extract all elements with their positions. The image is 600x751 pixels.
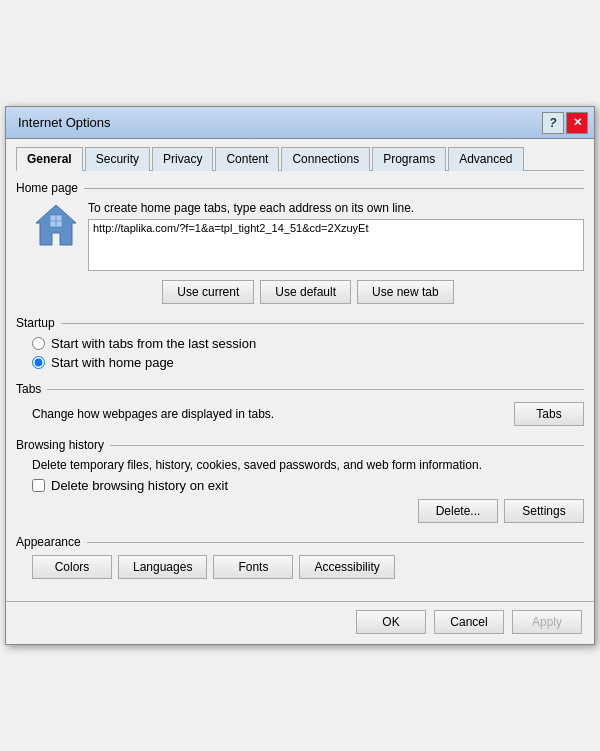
homepage-url-input[interactable]: http://taplika.com/?f=1&a=tpl_tight2_14_… <box>88 219 584 271</box>
startup-line <box>61 323 584 324</box>
tab-privacy[interactable]: Privacy <box>152 147 213 171</box>
startup-option2-radio[interactable] <box>32 356 45 369</box>
settings-button[interactable]: Settings <box>504 499 584 523</box>
browsing-history-label: Browsing history <box>16 438 104 452</box>
tabs-legend: Tabs <box>16 382 584 396</box>
delete-on-exit-label: Delete browsing history on exit <box>51 478 228 493</box>
appearance-section: Appearance Colors Languages Fonts Access… <box>16 535 584 579</box>
startup-label: Startup <box>16 316 55 330</box>
delete-on-exit-row: Delete browsing history on exit <box>32 478 584 493</box>
startup-legend: Startup <box>16 316 584 330</box>
help-button[interactable]: ? <box>542 112 564 134</box>
cancel-button[interactable]: Cancel <box>434 610 504 634</box>
tab-connections[interactable]: Connections <box>281 147 370 171</box>
homepage-section: Home page To create home page tabs, type… <box>16 181 584 304</box>
homepage-right: To create home page tabs, type each addr… <box>88 201 584 274</box>
tabs-line <box>47 389 584 390</box>
tab-content[interactable]: Content <box>215 147 279 171</box>
appearance-label: Appearance <box>16 535 81 549</box>
ok-button[interactable]: OK <box>356 610 426 634</box>
homepage-label: Home page <box>16 181 78 195</box>
use-default-button[interactable]: Use default <box>260 280 351 304</box>
startup-option2-row: Start with home page <box>32 355 584 370</box>
homepage-row: To create home page tabs, type each addr… <box>32 201 584 274</box>
startup-option1-radio[interactable] <box>32 337 45 350</box>
apply-button[interactable]: Apply <box>512 610 582 634</box>
browsing-history-section: Browsing history Delete temporary files,… <box>16 438 584 523</box>
footer: OK Cancel Apply <box>6 601 594 644</box>
browsing-history-buttons: Delete... Settings <box>32 499 584 523</box>
browsing-history-description: Delete temporary files, history, cookies… <box>32 458 584 472</box>
startup-body: Start with tabs from the last session St… <box>16 336 584 370</box>
internet-options-window: Internet Options ? ✕ General Security Pr… <box>5 106 595 645</box>
appearance-buttons: Colors Languages Fonts Accessibility <box>32 555 584 579</box>
homepage-body: To create home page tabs, type each addr… <box>16 201 584 304</box>
startup-option1-row: Start with tabs from the last session <box>32 336 584 351</box>
tab-advanced[interactable]: Advanced <box>448 147 523 171</box>
appearance-body: Colors Languages Fonts Accessibility <box>16 555 584 579</box>
homepage-buttons: Use current Use default Use new tab <box>32 280 584 304</box>
appearance-legend: Appearance <box>16 535 584 549</box>
delete-button[interactable]: Delete... <box>418 499 498 523</box>
window-title: Internet Options <box>18 115 111 130</box>
use-new-tab-button[interactable]: Use new tab <box>357 280 454 304</box>
delete-on-exit-checkbox[interactable] <box>32 479 45 492</box>
tabs-section: Tabs Change how webpages are displayed i… <box>16 382 584 426</box>
tabs-label: Tabs <box>16 382 41 396</box>
appearance-line <box>87 542 584 543</box>
fonts-button[interactable]: Fonts <box>213 555 293 579</box>
languages-button[interactable]: Languages <box>118 555 207 579</box>
startup-section: Startup Start with tabs from the last se… <box>16 316 584 370</box>
tabs-body: Change how webpages are displayed in tab… <box>16 402 584 426</box>
tabs-section-row: Change how webpages are displayed in tab… <box>32 402 584 426</box>
startup-option1-label: Start with tabs from the last session <box>51 336 256 351</box>
browsing-history-line <box>110 445 584 446</box>
accessibility-button[interactable]: Accessibility <box>299 555 394 579</box>
title-bar-controls: ? ✕ <box>542 112 588 134</box>
title-bar: Internet Options ? ✕ <box>6 107 594 139</box>
tabs-bar: General Security Privacy Content Connect… <box>16 147 584 171</box>
tabs-button[interactable]: Tabs <box>514 402 584 426</box>
tabs-description: Change how webpages are displayed in tab… <box>32 407 274 421</box>
house-icon <box>32 201 80 249</box>
main-content: General Security Privacy Content Connect… <box>6 139 594 601</box>
startup-option2-label: Start with home page <box>51 355 174 370</box>
use-current-button[interactable]: Use current <box>162 280 254 304</box>
homepage-legend: Home page <box>16 181 584 195</box>
tab-security[interactable]: Security <box>85 147 150 171</box>
close-button[interactable]: ✕ <box>566 112 588 134</box>
browsing-history-body: Delete temporary files, history, cookies… <box>16 458 584 523</box>
browsing-history-legend: Browsing history <box>16 438 584 452</box>
colors-button[interactable]: Colors <box>32 555 112 579</box>
tab-programs[interactable]: Programs <box>372 147 446 171</box>
tab-general[interactable]: General <box>16 147 83 171</box>
homepage-description: To create home page tabs, type each addr… <box>88 201 584 215</box>
homepage-line <box>84 188 584 189</box>
